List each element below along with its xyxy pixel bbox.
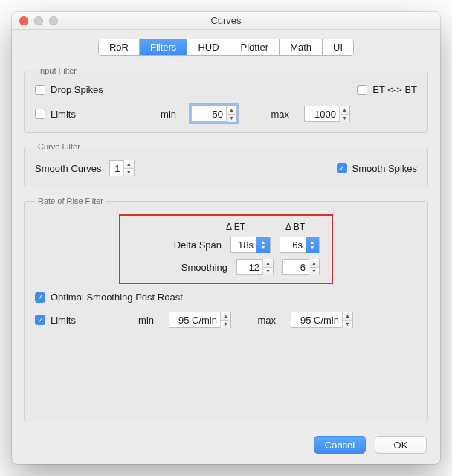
stepper-icon[interactable]: ▲▼ (262, 259, 273, 275)
stepper-icon[interactable]: ▲▼ (309, 259, 319, 275)
tab-ui[interactable]: UI (323, 39, 353, 55)
curve-filter-group: Curve Filter Smooth Curves 1 ▲▼ ✓ Smooth… (24, 142, 428, 187)
tab-plotter[interactable]: Plotter (230, 39, 280, 55)
checkbox-icon: ✓ (35, 315, 45, 325)
window-titlebar: Curves (12, 12, 440, 30)
input-min-field[interactable]: 50 ▲▼ (191, 106, 237, 122)
tab-filters[interactable]: Filters (140, 39, 187, 55)
ror-max-field[interactable]: 95 C/min ▲▼ (291, 312, 353, 328)
tab-hud[interactable]: HUD (187, 39, 230, 55)
input-filter-group: Input Filter Drop Spikes ET <-> BT Limit… (24, 66, 428, 133)
checkbox-icon (357, 85, 367, 95)
checkbox-icon (35, 109, 45, 119)
drop-spikes-checkbox[interactable]: Drop Spikes (35, 84, 103, 95)
curves-window: Curves RoR Filters HUD Plotter Math UI I… (12, 12, 440, 464)
tab-math[interactable]: Math (280, 39, 323, 55)
ror-filter-group: Rate of Rise Filter Δ ET Δ BT Delta Span… (24, 196, 428, 422)
stepper-icon[interactable]: ▲▼ (226, 106, 236, 122)
window-title: Curves (12, 15, 440, 26)
smoothing-et-field[interactable]: 12 ▲▼ (236, 259, 274, 275)
min-label: min (132, 109, 176, 120)
stepper-icon[interactable]: ▲▼ (123, 160, 134, 176)
ror-min-label: min (132, 315, 154, 326)
ror-min-field[interactable]: -95 C/min ▲▼ (169, 312, 231, 328)
curve-filter-legend: Curve Filter (35, 142, 83, 151)
tab-ror[interactable]: RoR (99, 39, 140, 55)
stepper-icon[interactable]: ▲▼ (339, 106, 349, 122)
checkbox-icon: ✓ (35, 292, 45, 303)
input-filter-legend: Input Filter (35, 66, 80, 75)
chevron-updown-icon: ▲▼ (256, 237, 270, 253)
delta-span-label: Delta Span (132, 239, 222, 251)
smooth-spikes-checkbox[interactable]: ✓ Smooth Spikes (337, 163, 417, 174)
stepper-icon[interactable]: ▲▼ (220, 312, 230, 328)
delta-span-et-select[interactable]: 18s ▲▼ (230, 237, 271, 253)
col-header-bt: Δ BT (277, 222, 314, 232)
checkbox-icon (35, 85, 45, 95)
et-bt-checkbox[interactable]: ET <-> BT (357, 84, 417, 95)
tab-bar: RoR Filters HUD Plotter Math UI (98, 39, 354, 56)
ok-button[interactable]: OK (375, 436, 427, 454)
delta-span-bt-select[interactable]: 6s ▲▼ (280, 237, 320, 253)
ror-filter-legend: Rate of Rise Filter (35, 196, 106, 205)
stepper-icon[interactable]: ▲▼ (342, 312, 352, 328)
optimal-smoothing-checkbox[interactable]: ✓ Optimal Smoothing Post Roast (35, 292, 417, 303)
input-limits-checkbox[interactable]: Limits (35, 109, 117, 120)
chevron-updown-icon: ▲▼ (306, 237, 319, 253)
ror-max-label: max (246, 315, 276, 326)
ror-highlight-box: Δ ET Δ BT Delta Span 18s ▲▼ 6s ▲▼ Smooth… (119, 214, 333, 284)
checkbox-icon: ✓ (337, 163, 347, 173)
ror-limits-checkbox[interactable]: ✓ Limits (35, 315, 117, 326)
col-header-et: Δ ET (217, 222, 254, 232)
smoothing-label: Smoothing (132, 262, 227, 273)
max-label: max (252, 109, 289, 120)
input-max-field[interactable]: 1000 ▲▼ (304, 106, 350, 122)
smoothing-bt-field[interactable]: 6 ▲▼ (282, 259, 320, 275)
smooth-curves-label: Smooth Curves (35, 163, 102, 174)
smooth-curves-field[interactable]: 1 ▲▼ (109, 160, 135, 176)
cancel-button[interactable]: Cancel (314, 436, 366, 454)
